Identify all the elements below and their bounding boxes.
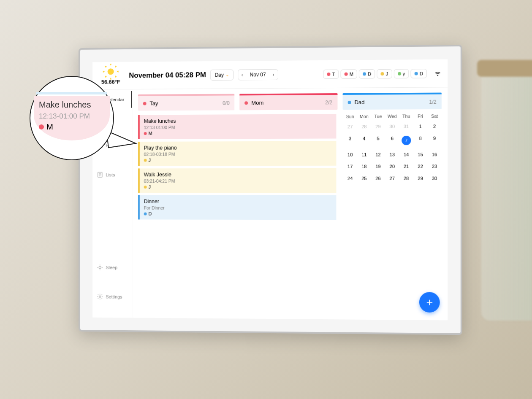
day-number: 24 <box>347 176 353 181</box>
member-card-dad[interactable]: Dad1/2 <box>342 93 442 110</box>
calendar-day[interactable]: 17 <box>343 161 357 173</box>
day-number: 11 <box>361 152 366 157</box>
event-person: J <box>144 157 332 163</box>
calendar-day[interactable]: 18 <box>357 161 371 173</box>
calendar-day[interactable]: 29 <box>371 121 385 132</box>
calendar-day[interactable]: 1 <box>413 120 427 132</box>
member-name: Mom <box>251 100 263 106</box>
person-chip-3[interactable]: J <box>377 69 392 78</box>
prev-day-button[interactable]: ‹ <box>238 70 247 80</box>
calendar-day[interactable]: 3 <box>343 132 357 148</box>
weather-widget[interactable]: 56.66°F <box>98 66 123 85</box>
sidebar-item-settings[interactable]: Settings <box>92 288 132 305</box>
calendar-day[interactable]: 28 <box>357 121 371 132</box>
person-chip-4[interactable]: y <box>394 69 409 78</box>
calendar-day[interactable]: 29 <box>413 173 427 184</box>
calendar-day[interactable]: 30 <box>427 173 441 184</box>
callout-person: M <box>39 122 53 132</box>
sidebar-item-sleep[interactable]: Sleep <box>92 259 132 276</box>
calendar-day[interactable]: 6 <box>385 132 399 148</box>
event-dot <box>144 212 147 215</box>
event-item[interactable]: Play the piano02:18-03:18 PMJ <box>138 141 337 166</box>
calendar-day[interactable]: 13 <box>385 148 399 160</box>
event-item[interactable]: Make lunches12:13-01:00 PMM <box>138 114 337 139</box>
calendar-day[interactable]: 20 <box>385 160 399 172</box>
weekday-label: Mon <box>357 114 371 119</box>
calendar-day[interactable]: 30 <box>385 121 399 132</box>
calendar-day[interactable]: 25 <box>357 173 371 184</box>
date-navigator: ‹ Nov 07 › <box>238 69 278 80</box>
person-chip-1[interactable]: M <box>340 69 357 78</box>
person-chip-5[interactable]: D <box>411 69 427 78</box>
person-chip-0[interactable]: T <box>323 69 339 78</box>
events-list: Make lunches12:13-01:00 PMMPlay the pian… <box>138 114 337 314</box>
day-number: 18 <box>361 164 366 169</box>
calendar-day[interactable]: 22 <box>413 160 427 172</box>
event-item[interactable]: DinnerFor DinnerD <box>138 195 337 220</box>
calendar-day[interactable]: 31 <box>399 121 413 132</box>
calendar-day[interactable]: 28 <box>399 173 413 184</box>
weekday-label: Sun <box>343 114 357 119</box>
event-person: D <box>144 211 332 217</box>
calendar-day[interactable]: 27 <box>343 121 357 132</box>
day-number: 25 <box>361 176 366 181</box>
person-dot <box>415 72 418 75</box>
tablet-frame: 56.66°F November 04 05:28 PM Day ⌄ ‹ Nov… <box>79 45 462 335</box>
person-chip-2[interactable]: D <box>359 69 375 78</box>
day-number: 19 <box>375 164 380 169</box>
date-nav-label: Nov 07 <box>247 69 269 79</box>
add-event-button[interactable]: + <box>419 292 440 313</box>
member-cards: Tay0/0Mom2/2Dad1/2 <box>138 93 442 111</box>
member-card-mom[interactable]: Mom2/2 <box>240 93 338 110</box>
event-title: Make lunches <box>144 117 332 124</box>
calendar-day[interactable]: 11 <box>357 148 371 160</box>
day-number: 10 <box>347 152 353 157</box>
calendar-day[interactable]: 24 <box>343 173 357 184</box>
lists-icon <box>97 171 103 178</box>
main: Tay0/0Mom2/2Dad1/2 Make lunches12:13-01:… <box>132 87 448 320</box>
calendar-day[interactable]: 26 <box>371 173 385 184</box>
range-selector[interactable]: Day ⌄ <box>210 69 233 80</box>
calendar-day[interactable]: 2 <box>427 120 441 132</box>
calendar-day[interactable]: 19 <box>371 160 385 172</box>
calendar-day[interactable]: 7 <box>399 132 413 148</box>
weekday-label: Fri <box>413 113 427 119</box>
people-filter: TMDJyD <box>323 69 427 79</box>
person-dot <box>345 72 348 75</box>
day-number: 5 <box>377 136 379 141</box>
day-number: 23 <box>432 164 437 169</box>
member-name: Dad <box>354 99 364 105</box>
calendar-day[interactable]: 21 <box>399 160 413 172</box>
header: 56.66°F November 04 05:28 PM Day ⌄ ‹ Nov… <box>92 59 448 90</box>
temperature: 56.66°F <box>101 78 120 85</box>
person-initial: y <box>403 71 405 76</box>
calendar-day[interactable]: 10 <box>343 148 357 160</box>
member-card-tay[interactable]: Tay0/0 <box>138 94 235 111</box>
callout-dot <box>39 124 44 129</box>
event-person-label: J <box>149 158 151 163</box>
calendar-day[interactable]: 8 <box>413 132 427 148</box>
day-number: 2 <box>433 124 436 129</box>
sidebar-item-lists[interactable]: Lists <box>92 166 132 183</box>
range-label: Day <box>215 72 224 78</box>
calendar-day[interactable]: 4 <box>357 132 371 148</box>
day-number: 6 <box>391 136 394 141</box>
calendar-day[interactable]: 12 <box>371 148 385 160</box>
person-initial: T <box>332 71 335 76</box>
calendar-day[interactable]: 15 <box>413 148 427 160</box>
calendar-day[interactable]: 27 <box>385 173 399 184</box>
day-number: 16 <box>432 152 437 157</box>
day-number: 7 <box>402 136 411 145</box>
calendar-day[interactable]: 9 <box>427 132 441 148</box>
next-day-button[interactable]: › <box>269 69 278 79</box>
person-dot <box>381 72 384 75</box>
calendar-day[interactable]: 5 <box>371 132 385 148</box>
calendar-day[interactable]: 14 <box>399 148 413 160</box>
person-initial: J <box>386 71 388 76</box>
calendar-day[interactable]: 23 <box>427 160 441 172</box>
gear-icon <box>97 293 103 300</box>
event-item[interactable]: Walk Jessie03:21-04:21 PMJ <box>138 168 337 193</box>
member-name: Tay <box>149 100 158 106</box>
calendar-day[interactable]: 16 <box>427 148 441 160</box>
event-time: For Dinner <box>144 205 332 210</box>
